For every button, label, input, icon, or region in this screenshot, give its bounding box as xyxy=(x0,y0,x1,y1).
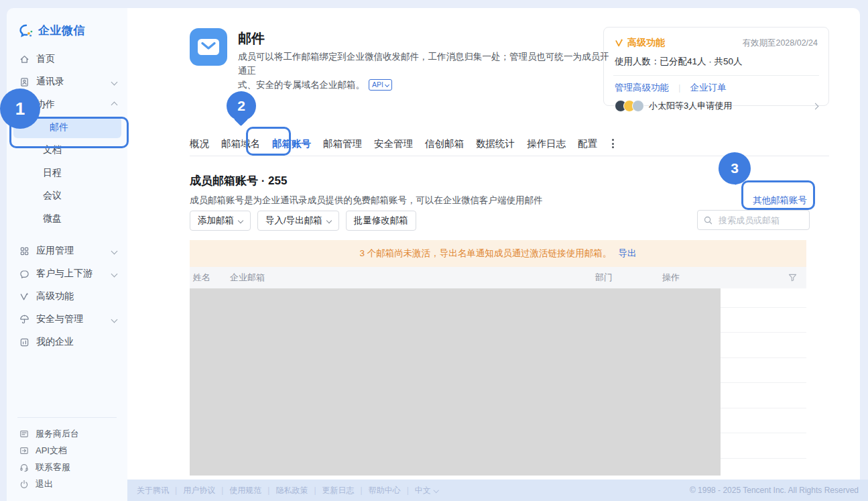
tab-mail-management[interactable]: 邮箱管理 xyxy=(323,137,362,150)
tab-mail-accounts[interactable]: 邮箱账号 xyxy=(272,137,311,150)
tab-xinchuang-mail[interactable]: 信创邮箱 xyxy=(425,137,464,150)
premium-v-icon xyxy=(19,291,29,302)
export-link[interactable]: 导出 xyxy=(618,247,636,260)
console-doc-icon xyxy=(19,429,29,439)
tab-mail-domain[interactable]: 邮箱域名 xyxy=(221,137,260,150)
chevron-down-icon xyxy=(238,218,243,223)
sidebar-item-contact-support[interactable]: 联系客服 xyxy=(7,459,127,476)
footer-separator: | xyxy=(221,486,223,495)
other-mail-accounts-link[interactable]: 其他邮箱账号 xyxy=(753,194,807,207)
tab-overview[interactable]: 概况 xyxy=(190,137,209,150)
footer-link-privacy[interactable]: 隐私政策 xyxy=(275,485,308,496)
row-divider xyxy=(721,433,806,433)
requester-avatars xyxy=(615,100,644,112)
sidebar-item-label: 首页 xyxy=(36,53,55,65)
tab-operation-log[interactable]: 操作日志 xyxy=(527,137,566,150)
more-tabs-icon[interactable] xyxy=(609,139,617,148)
chevron-down-icon xyxy=(111,316,118,323)
wecom-logo-text: 企业微信 xyxy=(38,23,85,38)
sidebar-item-label: 高级功能 xyxy=(36,290,74,302)
sidebar-item-customers[interactable]: 客户与上下游 xyxy=(7,262,127,285)
sidebar-item-app-management[interactable]: 应用管理 xyxy=(7,239,127,262)
filter-icon[interactable] xyxy=(788,274,797,282)
contacts-icon xyxy=(19,76,29,87)
footer-link-help[interactable]: 帮助中心 xyxy=(369,485,401,496)
wecom-admin-page: 企业微信 首页 通讯录 协作 xyxy=(0,0,868,501)
license-usage: 使用人数：已分配41人 · 共50人 xyxy=(615,56,818,68)
chevron-down-icon xyxy=(111,78,118,85)
sidebar-item-api-docs[interactable]: API文档 xyxy=(7,442,127,459)
column-email: 企业邮箱 xyxy=(230,272,595,284)
request-text: 小太阳等3人申请使用 xyxy=(649,100,732,112)
step-badge-3: 3 xyxy=(719,152,751,184)
premium-v-icon xyxy=(615,38,624,48)
footer-separator: | xyxy=(407,486,409,495)
sidebar-item-provider-console[interactable]: 服务商后台 xyxy=(7,425,127,442)
api-badge-button[interactable]: API xyxy=(369,79,392,91)
usage-request-row[interactable]: 小太阳等3人申请使用 xyxy=(615,100,818,112)
sidebar-item-meeting[interactable]: 会议 xyxy=(7,184,127,207)
footer: 关于腾讯| 用户协议| 使用规范| 隐私政策| 更新日志| 帮助中心| 中文 ©… xyxy=(127,480,868,501)
api-badge-label: API xyxy=(372,78,383,92)
manage-premium-link[interactable]: 管理高级功能 xyxy=(615,82,669,94)
import-export-button[interactable]: 导入/导出邮箱 xyxy=(257,211,339,231)
sidebar-item-label: 客户与上下游 xyxy=(36,268,92,280)
sidebar-item-label: 安全与管理 xyxy=(36,313,83,325)
chevron-down-icon xyxy=(434,488,439,493)
description-line2: 式、安全的专属域名企业邮箱。 xyxy=(238,80,365,90)
sidebar-item-label: 邮件 xyxy=(50,121,68,133)
search-icon xyxy=(704,216,712,225)
step-badge-2: 2 xyxy=(227,91,256,121)
search-input[interactable] xyxy=(717,215,803,226)
sidebar-item-docs[interactable]: 文档 xyxy=(7,139,127,162)
language-switcher[interactable]: 中文 xyxy=(415,485,438,496)
table-header: 姓名 企业邮箱 部门 操作 xyxy=(190,267,806,288)
add-mailbox-button[interactable]: 添加邮箱 xyxy=(190,211,251,231)
column-action: 操作 xyxy=(662,272,729,284)
license-expiry: 有效期至2028/02/24 xyxy=(742,38,818,49)
sidebar-item-security[interactable]: 安全与管理 xyxy=(7,308,127,331)
footer-separator: | xyxy=(267,486,269,495)
tab-configuration[interactable]: 配置 xyxy=(578,137,597,150)
row-divider xyxy=(721,307,806,308)
batch-modify-button[interactable]: 批量修改邮箱 xyxy=(346,211,416,231)
sidebar-item-home[interactable]: 首页 xyxy=(7,48,127,70)
activation-notice-bar: 3 个邮箱尚未激活，导出名单通知成员通过激活链接使用邮箱。 导出 xyxy=(190,240,806,267)
footer-link-agreement[interactable]: 用户协议 xyxy=(183,485,215,496)
description-line1: 成员可以将工作邮箱绑定到企业微信收发邮件，工作消息归集一处；管理员也可统一为成员… xyxy=(238,52,609,76)
sidebar: 企业微信 首页 通讯录 协作 xyxy=(7,8,127,501)
footer-separator: | xyxy=(175,486,177,495)
headset-icon xyxy=(19,462,29,473)
footer-link-about[interactable]: 关于腾讯 xyxy=(137,485,169,496)
footer-link-rules[interactable]: 使用规范 xyxy=(229,485,261,496)
sidebar-item-my-company[interactable]: 我的企业 xyxy=(7,331,127,353)
sidebar-item-label: 服务商后台 xyxy=(36,428,79,440)
sidebar-item-calendar[interactable]: 日程 xyxy=(7,162,127,184)
step-badge-1: 1 xyxy=(0,89,40,129)
tab-security-management[interactable]: 安全管理 xyxy=(374,137,413,150)
sidebar-item-label: 文档 xyxy=(43,144,62,156)
umbrella-icon xyxy=(19,314,29,325)
row-divider xyxy=(721,357,806,358)
footer-separator: | xyxy=(314,486,316,495)
footer-separator: | xyxy=(361,486,363,495)
search-box[interactable] xyxy=(697,210,810,230)
sidebar-item-label: 通讯录 xyxy=(36,76,64,88)
footer-link-changelog[interactable]: 更新日志 xyxy=(322,485,355,496)
premium-license-card: 高级功能 有效期至2028/02/24 使用人数：已分配41人 · 共50人 管… xyxy=(603,27,829,106)
row-divider xyxy=(721,458,806,459)
chevron-down-icon xyxy=(111,247,118,254)
sidebar-item-label: 联系客服 xyxy=(36,461,70,474)
sidebar-item-premium[interactable]: 高级功能 xyxy=(7,285,127,308)
premium-title-label: 高级功能 xyxy=(627,37,665,49)
row-divider xyxy=(721,408,806,408)
sidebar-item-label: 退出 xyxy=(36,478,53,490)
sidebar-item-logout[interactable]: 退出 xyxy=(7,476,127,492)
tab-data-statistics[interactable]: 数据统计 xyxy=(476,137,515,150)
company-orders-link[interactable]: 企业订单 xyxy=(690,82,727,94)
sidebar-item-drive[interactable]: 微盘 xyxy=(7,207,127,230)
home-icon xyxy=(19,54,29,64)
chevron-up-icon xyxy=(111,101,118,108)
power-icon xyxy=(19,479,29,490)
sidebar-item-label: 日程 xyxy=(43,167,62,179)
